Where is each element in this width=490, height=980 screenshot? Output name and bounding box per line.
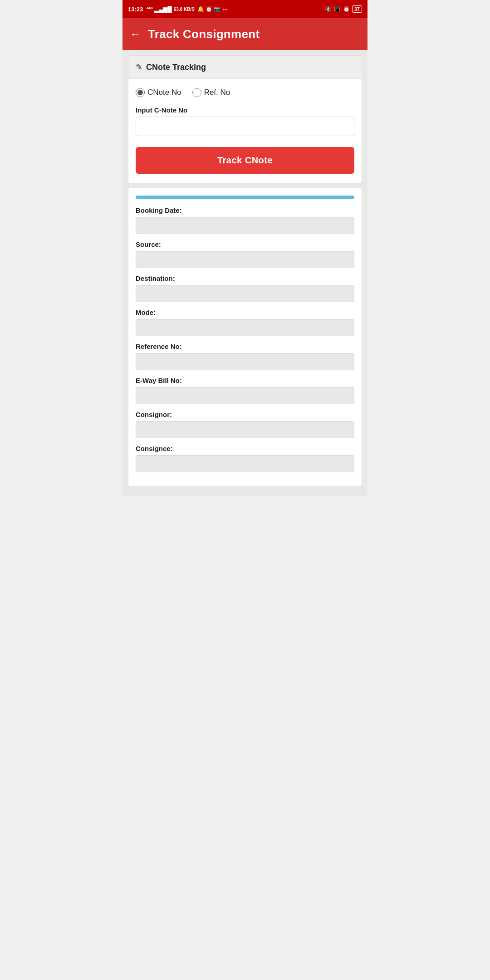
status-bar: 13:23 ⁴⁴ᴳ ▂▄▆█ 63.0 KB/S 🔔 ⏰ 📷 ··· 🔇 📳 ⏰… bbox=[122, 0, 368, 18]
eway-bill-label: E-Way Bill No: bbox=[136, 377, 354, 384]
booking-date-field: Booking Date: bbox=[136, 206, 354, 234]
mode-field: Mode: bbox=[136, 309, 354, 336]
vibrate-icon: 📳 bbox=[334, 6, 341, 12]
cnote-input[interactable] bbox=[136, 117, 354, 136]
cnote-radio-text: CNote No bbox=[147, 88, 181, 97]
ref-radio-text: Ref. No bbox=[204, 88, 230, 97]
card-header: ✎ CNote Tracking bbox=[128, 56, 362, 79]
reference-no-label: Reference No: bbox=[136, 343, 354, 350]
destination-label: Destination: bbox=[136, 274, 354, 282]
time-display: 13:23 bbox=[128, 6, 143, 13]
consignor-value bbox=[136, 421, 354, 438]
cnote-input-label: Input C-Note No bbox=[136, 106, 354, 114]
status-left: 13:23 ⁴⁴ᴳ ▂▄▆█ 63.0 KB/S 🔔 ⏰ 📷 ··· bbox=[128, 6, 227, 13]
track-cnote-button[interactable]: Track CNote bbox=[136, 147, 354, 174]
cnote-radio-label[interactable]: CNote No bbox=[136, 88, 181, 97]
booking-date-label: Booking Date: bbox=[136, 206, 354, 214]
mode-label: Mode: bbox=[136, 309, 354, 316]
page-title: Track Consignment bbox=[148, 27, 260, 41]
signal-icon: ▂▄▆█ bbox=[154, 6, 172, 13]
consignor-label: Consignor: bbox=[136, 411, 354, 418]
back-button[interactable]: ← bbox=[130, 28, 141, 40]
card-header-title: CNote Tracking bbox=[146, 63, 206, 72]
status-right: 🔇 📳 ⏰ 37 bbox=[325, 5, 362, 13]
consignee-value bbox=[136, 455, 354, 472]
source-field: Source: bbox=[136, 240, 354, 268]
cnote-tracking-card: ✎ CNote Tracking CNote No Ref. No Input … bbox=[128, 55, 362, 183]
card-body: CNote No Ref. No Input C-Note No Track C… bbox=[128, 79, 362, 183]
eway-bill-value bbox=[136, 387, 354, 404]
alarm-icon: ⏰ bbox=[343, 6, 350, 12]
progress-bar-container bbox=[136, 196, 354, 199]
main-content: ✎ CNote Tracking CNote No Ref. No Input … bbox=[122, 50, 368, 496]
network-icon: ⁴⁴ᴳ bbox=[147, 6, 152, 12]
speed-display: 63.0 KB/S bbox=[174, 7, 195, 12]
consignee-label: Consignee: bbox=[136, 445, 354, 452]
mute-icon: 🔇 bbox=[325, 6, 332, 12]
ref-radio-label[interactable]: Ref. No bbox=[192, 88, 230, 97]
notification-icons: 🔔 ⏰ 📷 bbox=[197, 6, 221, 12]
consignor-field: Consignor: bbox=[136, 411, 354, 438]
app-bar: ← Track Consignment bbox=[122, 18, 368, 50]
cnote-radio-input[interactable] bbox=[136, 88, 145, 97]
tracking-type-radio-group: CNote No Ref. No bbox=[136, 88, 354, 97]
source-label: Source: bbox=[136, 240, 354, 248]
destination-value bbox=[136, 285, 354, 302]
source-value bbox=[136, 251, 354, 268]
booking-date-value bbox=[136, 217, 354, 234]
mode-value bbox=[136, 319, 354, 336]
consignee-field: Consignee: bbox=[136, 445, 354, 472]
progress-bar-fill bbox=[136, 196, 354, 199]
reference-no-field: Reference No: bbox=[136, 343, 354, 370]
reference-no-value bbox=[136, 353, 354, 370]
ref-radio-input[interactable] bbox=[192, 88, 201, 97]
battery-display: 37 bbox=[352, 5, 362, 13]
eway-bill-field: E-Way Bill No: bbox=[136, 377, 354, 404]
destination-field: Destination: bbox=[136, 274, 354, 302]
results-card: Booking Date: Source: Destination: Mode:… bbox=[128, 188, 362, 486]
edit-icon: ✎ bbox=[136, 62, 142, 72]
more-icon: ··· bbox=[222, 6, 227, 13]
